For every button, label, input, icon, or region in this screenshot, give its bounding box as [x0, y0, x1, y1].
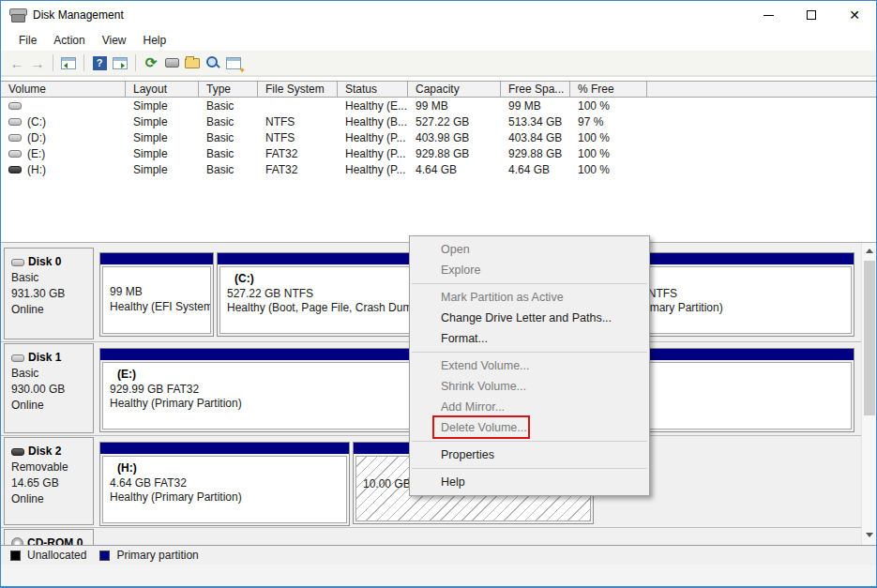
toolbar-separator: [83, 54, 84, 71]
menu-item-help[interactable]: Help: [410, 472, 649, 492]
volume-icon: [8, 134, 22, 142]
disk-icon: [11, 259, 24, 266]
legend-unallocated: Unallocated: [10, 549, 86, 562]
cell-pct-free: 100 %: [570, 131, 647, 144]
menu-item-add-mirror[interactable]: Add Mirror...: [410, 397, 649, 417]
menu-action[interactable]: Action: [45, 32, 93, 49]
volume-name: (C:): [27, 115, 46, 128]
cell-free-space: 403.84 GB: [501, 131, 570, 144]
menu-item-explore[interactable]: Explore: [410, 260, 649, 280]
menu-item-open[interactable]: Open: [410, 239, 649, 260]
cell-capacity: 527.22 GB: [408, 115, 501, 128]
maximize-button[interactable]: [790, 1, 833, 29]
back-icon[interactable]: ←: [8, 53, 26, 72]
volume-icon: [8, 118, 22, 126]
partition-size: 4.64 GB FAT32: [110, 476, 342, 491]
scroll-up-button[interactable]: [862, 243, 876, 259]
menu-item-format[interactable]: Format...: [410, 328, 649, 349]
menu-item-properties[interactable]: Properties: [410, 445, 649, 465]
cell-free-space: 513.34 GB: [501, 115, 570, 128]
partition-h[interactable]: (H:) 4.64 GB FAT32 Healthy (Primary Part…: [99, 442, 350, 526]
disk-2-label[interactable]: Disk 2 Removable 14.65 GB Online: [4, 437, 94, 525]
title-bar: Disk Management ✕: [1, 1, 876, 29]
window-controls: ✕: [747, 1, 876, 29]
volume-name: (E:): [27, 147, 45, 160]
menu-separator: [412, 352, 647, 353]
table-row[interactable]: (C:) Simple Basic NTFS Healthy (B... 527…: [1, 113, 876, 129]
menu-help[interactable]: Help: [135, 32, 175, 49]
column-header-file-system[interactable]: File System: [258, 82, 338, 97]
menu-item-mark-partition-active[interactable]: Mark Partition as Active: [410, 287, 649, 308]
column-header-layout[interactable]: Layout: [126, 82, 199, 97]
disk-status: Online: [11, 398, 93, 414]
rescan-disks-icon[interactable]: [162, 53, 181, 72]
cell-layout: Simple: [126, 163, 199, 176]
minimize-icon: [764, 15, 774, 16]
cell-type: Basic: [199, 99, 258, 113]
column-header-type[interactable]: Type: [199, 82, 258, 97]
cell-pct-free: 100 %: [570, 147, 647, 160]
toolbar-separator: [53, 54, 53, 71]
scroll-down-button[interactable]: [862, 527, 876, 543]
volume-icon: [8, 102, 22, 110]
partition-status: Healthy (EFI System: [110, 300, 206, 315]
column-header-status[interactable]: Status: [338, 82, 408, 97]
cell-capacity: 4.64 GB: [408, 163, 501, 176]
menu-item-change-drive-letter[interactable]: Change Drive Letter and Paths...: [410, 308, 649, 328]
close-button[interactable]: ✕: [833, 1, 876, 29]
menu-item-shrink-volume[interactable]: Shrink Volume...: [410, 376, 649, 397]
cell-type: Basic: [199, 115, 258, 128]
help-icon[interactable]: ?: [90, 53, 109, 72]
menu-item-delete-volume[interactable]: Delete Volume...: [410, 417, 649, 438]
cdrom-icon: [11, 537, 23, 545]
volume-table-header: Volume Layout Type File System Status Ca…: [1, 81, 876, 98]
cell-pct-free: 100 %: [570, 163, 647, 176]
column-header-pct-free[interactable]: % Free: [570, 82, 647, 97]
cdrom-0-row: CD-ROM 0: [1, 528, 861, 545]
cell-pct-free: 97 %: [570, 115, 647, 128]
column-header-volume[interactable]: Volume: [1, 82, 126, 97]
show-console-tree-icon[interactable]: [59, 53, 78, 72]
unallocated-swatch: [10, 550, 21, 561]
column-header-capacity[interactable]: Capacity: [408, 82, 501, 97]
cell-status: Healthy (P...: [338, 163, 408, 176]
menu-item-extend-volume[interactable]: Extend Volume...: [410, 355, 649, 376]
disk-0-label[interactable]: Disk 0 Basic 931.30 GB Online: [4, 248, 94, 339]
menu-view[interactable]: View: [94, 32, 135, 49]
cell-status: Healthy (P...: [338, 147, 408, 160]
table-row[interactable]: (D:) Simple Basic NTFS Healthy (P... 403…: [1, 129, 876, 145]
open-folder-icon[interactable]: [183, 53, 202, 72]
column-header-free-space[interactable]: Free Spa...: [501, 82, 570, 97]
disk-size: 930.00 GB: [11, 382, 93, 398]
legend-primary-partition: Primary partition: [99, 549, 198, 562]
legend-label: Primary partition: [116, 549, 198, 562]
table-row[interactable]: (E:) Simple Basic FAT32 Healthy (P... 92…: [1, 145, 876, 161]
forward-icon[interactable]: →: [28, 53, 47, 72]
show-action-pane-icon[interactable]: [111, 53, 129, 72]
menu-file[interactable]: File: [10, 32, 45, 49]
cell-layout: Simple: [126, 115, 199, 128]
status-bar-filler: [1, 565, 876, 586]
cell-capacity: 929.88 GB: [408, 147, 501, 160]
cdrom-0-label[interactable]: CD-ROM 0: [4, 529, 94, 545]
partition-efi[interactable]: 99 MB Healthy (EFI System: [99, 252, 214, 337]
vertical-scrollbar[interactable]: [861, 243, 876, 545]
cell-file-system: NTFS: [258, 115, 338, 128]
disk-icon: [11, 448, 24, 456]
cell-free-space: 929.88 GB: [501, 147, 570, 160]
volume-context-menu: Open Explore Mark Partition as Active Ch…: [409, 235, 650, 496]
scrollbar-thumb[interactable]: [864, 261, 875, 415]
search-icon[interactable]: [204, 53, 222, 72]
minimize-button[interactable]: [747, 1, 790, 29]
cell-layout: Simple: [126, 147, 199, 160]
refresh-icon[interactable]: ⟳: [142, 53, 160, 72]
disk-size: 14.65 GB: [11, 475, 93, 491]
menu-separator: [412, 283, 647, 284]
properties-icon[interactable]: ✦: [224, 53, 243, 72]
cell-free-space: 4.64 GB: [501, 163, 570, 176]
table-row[interactable]: (H:) Simple Basic FAT32 Healthy (P... 4.…: [1, 161, 876, 177]
volume-icon: [8, 166, 22, 173]
disk-1-label[interactable]: Disk 1 Basic 930.00 GB Online: [4, 343, 94, 433]
cell-pct-free: 100 %: [570, 99, 647, 113]
table-row[interactable]: Simple Basic Healthy (E... 99 MB 99 MB 1…: [1, 98, 876, 113]
